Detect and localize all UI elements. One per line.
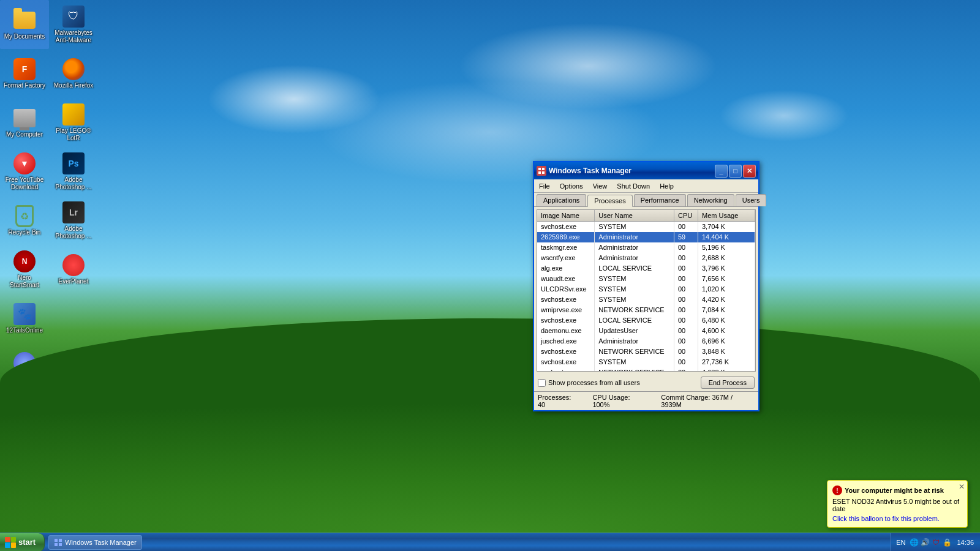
process-name: wmiprvse.exe	[537, 305, 595, 315]
menu-file[interactable]: File	[534, 181, 555, 191]
menu-view[interactable]: View	[588, 181, 612, 191]
process-row[interactable]: wscntfy.exe Administrator 00 2,688 K	[537, 253, 755, 263]
kkd-watermark: simply KKD 2011 V1	[690, 497, 809, 528]
process-row[interactable]: wuaudt.exe SYSTEM 00 7,656 K	[537, 274, 755, 284]
process-row[interactable]: wmiprvse.exe NETWORK SERVICE 00 7,084 K	[537, 305, 755, 315]
process-row[interactable]: ULCDRSvr.exe SYSTEM 00 1,020 K	[537, 284, 755, 294]
svg-rect-4	[538, 168, 541, 170]
desktop-icon-nero[interactable]: N Nero StartSmart	[0, 245, 49, 294]
minimize-button[interactable]: _	[715, 165, 728, 178]
process-name: wscntfy.exe	[537, 253, 595, 263]
process-mem: 14,404 K	[698, 232, 755, 242]
desktop-icon-my-documents[interactable]: My Documents	[0, 0, 49, 49]
desktop-icon-12tails[interactable]: 🐾 12TailsOnline	[0, 294, 49, 343]
process-cpu: 59	[674, 232, 698, 242]
process-user: Administrator	[595, 253, 674, 263]
desktop-icon-spore[interactable]: Spore	[0, 343, 49, 392]
col-mem-usage[interactable]: Mem Usage	[698, 210, 755, 222]
maximize-button[interactable]: □	[729, 165, 742, 178]
window-menubar: File Options View Shut Down Help	[534, 179, 758, 193]
desktop-icon-my-computer[interactable]: My Computer	[0, 98, 49, 147]
process-row[interactable]: alg.exe LOCAL SERVICE 00 3,796 K	[537, 263, 755, 274]
process-mem: 6,480 K	[698, 315, 755, 326]
kkd-title: KKD 2011 V1	[725, 508, 809, 524]
close-button[interactable]: ✕	[743, 165, 756, 178]
desktop: My Documents F Format Factory My Compute…	[0, 0, 980, 551]
svg-rect-0	[690, 498, 704, 511]
desktop-icons: My Documents F Format Factory My Compute…	[0, 0, 98, 527]
desktop-icon-label: Free YouTube Download	[2, 176, 47, 191]
end-process-button[interactable]: End Process	[701, 377, 755, 389]
desktop-icon-recycle-bin[interactable]: Recycle Bin	[0, 196, 49, 245]
desktop-icon-everplanet[interactable]: EverPlanet	[49, 245, 98, 294]
process-mem: 27,736 K	[698, 357, 755, 367]
kkd-text: simply KKD 2011 V1	[725, 501, 809, 524]
process-row[interactable]: svchost.exe SYSTEM 00 27,736 K	[537, 357, 755, 367]
security-icon: !	[832, 485, 842, 495]
tab-processes[interactable]: Processes	[587, 195, 632, 207]
desktop-icon-lightroom[interactable]: Lr Adobe Photoshop ...	[49, 196, 98, 245]
process-cpu: 00	[674, 305, 698, 315]
tray-clock: 14:36	[953, 539, 978, 546]
col-cpu[interactable]: CPU	[674, 210, 698, 222]
desktop-icon-youtube-download[interactable]: Free YouTube Download	[0, 147, 49, 196]
menu-options[interactable]: Options	[555, 181, 588, 191]
desktop-icon-photoshop[interactable]: Ps Adobe Photoshop ...	[49, 147, 98, 196]
toast-close-button[interactable]: ✕	[959, 482, 965, 491]
show-all-checkbox[interactable]	[538, 379, 546, 387]
process-row[interactable]: daemonu.exe UpdatesUser 00 4,600 K	[537, 326, 755, 336]
tab-performance[interactable]: Performance	[634, 194, 686, 206]
tray-language: EN	[894, 539, 908, 546]
security-toast[interactable]: ✕ ! Your computer might be at risk ESET …	[827, 480, 968, 528]
window-titlebar[interactable]: Windows Task Manager _ □ ✕	[534, 162, 758, 179]
status-processes: Processes: 40	[538, 394, 580, 408]
process-cpu: 00	[674, 357, 698, 367]
tray-network-icon[interactable]: 🌐	[909, 538, 919, 547]
desktop-icon-firefox[interactable]: Mozilla Firefox	[49, 49, 98, 98]
toast-action: Click this balloon to fix this problem.	[832, 515, 962, 522]
show-all-processes[interactable]: Show processes from all users	[538, 379, 640, 387]
col-image-name[interactable]: Image Name	[537, 210, 595, 222]
menu-help[interactable]: Help	[655, 181, 679, 191]
process-name: svchost.exe	[537, 294, 595, 305]
desktop-icon-label: Mozilla Firefox	[54, 82, 93, 89]
tab-networking[interactable]: Networking	[687, 194, 734, 206]
process-cpu: 00	[674, 315, 698, 326]
process-row[interactable]: svchost.exe LOCAL SERVICE 00 6,480 K	[537, 315, 755, 326]
process-row[interactable]: svchost.exe SYSTEM 00 3,704 K	[537, 222, 755, 232]
desktop-icon-lego[interactable]: Play LEGO® LotR	[49, 98, 98, 147]
svg-rect-8	[55, 539, 58, 542]
process-user: NETWORK SERVICE	[595, 305, 674, 315]
process-cpu: 00	[674, 274, 698, 284]
col-user-name[interactable]: User Name	[595, 210, 674, 222]
process-name: wuaudt.exe	[537, 274, 595, 284]
desktop-icon-format-factory[interactable]: F Format Factory	[0, 49, 49, 98]
process-row[interactable]: jusched.exe Administrator 00 6,696 K	[537, 336, 755, 347]
desktop-icon-malwarebytes[interactable]: 🛡 Malwarebytes Anti-Malware	[49, 0, 98, 49]
tab-applications[interactable]: Applications	[537, 194, 586, 206]
taskbar-task-manager[interactable]: Windows Task Manager	[48, 535, 142, 550]
process-row[interactable]: taskmgr.exe Administrator 00 5,196 K	[537, 242, 755, 253]
process-row[interactable]: svchost.exe NETWORK SERVICE 00 4,688 K	[537, 367, 755, 372]
process-cpu: 00	[674, 263, 698, 274]
process-table: Image Name User Name CPU Mem Usage svcho…	[537, 210, 755, 372]
start-button[interactable]: start	[0, 533, 45, 552]
desktop-icon-label: Adobe Photoshop ...	[51, 225, 96, 240]
process-name: 2625989.exe	[537, 232, 595, 242]
desktop-icon-starship[interactable]: Starship Troopers	[0, 441, 49, 490]
start-logo-icon	[5, 537, 16, 548]
process-table-container[interactable]: Image Name User Name CPU Mem Usage svcho…	[537, 209, 756, 372]
menu-shutdown[interactable]: Shut Down	[612, 181, 655, 191]
svg-rect-10	[55, 543, 58, 546]
process-row[interactable]: svchost.exe SYSTEM 00 4,420 K	[537, 294, 755, 305]
process-row[interactable]: svchost.exe NETWORK SERVICE 00 3,848 K	[537, 347, 755, 357]
desktop-icon-corel[interactable]: VS Corel VideoStudio 12	[0, 392, 49, 441]
tab-users[interactable]: Users	[736, 194, 767, 206]
tray-antivirus-icon[interactable]: 🔒	[942, 538, 952, 547]
process-row[interactable]: 2625989.exe Administrator 59 14,404 K	[537, 232, 755, 242]
desktop-icon-label: Spore	[17, 376, 33, 383]
tray-security-icon[interactable]: 🛡	[931, 538, 941, 547]
tray-volume-icon[interactable]: 🔊	[920, 538, 930, 547]
desktop-icon-label: Starship Troopers	[2, 470, 47, 485]
process-mem: 3,848 K	[698, 347, 755, 357]
